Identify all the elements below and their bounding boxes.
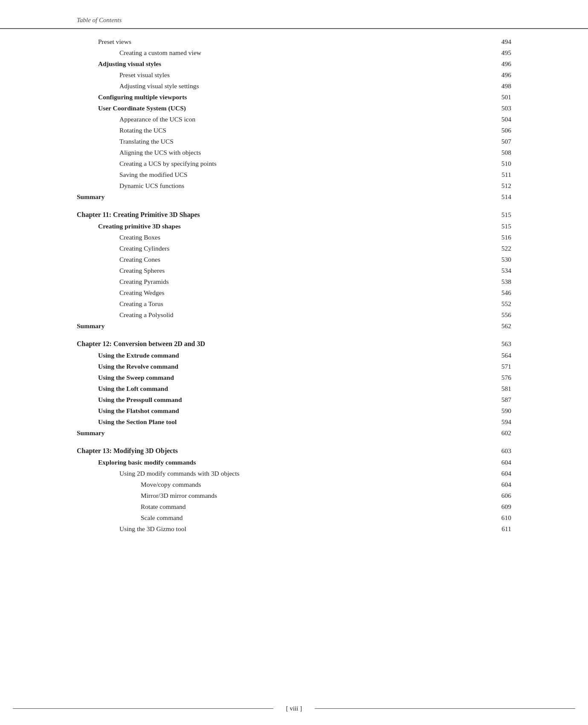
entry-page: 604 — [494, 481, 511, 488]
entry-page: 506 — [494, 127, 511, 134]
toc-row: Using 2D modify commands with 3D objects… — [77, 468, 511, 479]
entry-text: Translating the UCS — [77, 136, 174, 147]
entry-page: 504 — [494, 116, 511, 123]
entry-text: Creating a custom named view — [77, 48, 201, 58]
entry-page: 556 — [494, 311, 511, 319]
toc-row: Creating a Torus552 — [77, 299, 511, 309]
entry-page: 538 — [494, 278, 511, 286]
entry-text: Aligning the UCS with objects — [77, 147, 201, 158]
toc-row: Scale command610 — [77, 513, 511, 523]
entry-page: 606 — [494, 492, 511, 500]
toc-row: Creating Pyramids538 — [77, 277, 511, 287]
page-container: Table of Contents Preset views494Creatin… — [0, 0, 588, 725]
entry-page: 510 — [494, 160, 511, 168]
entry-page: 587 — [494, 396, 511, 404]
entry-page: 515 — [494, 222, 511, 230]
entry-page: 602 — [494, 429, 511, 437]
toc-row: Creating a Polysolid556 — [77, 310, 511, 320]
entry-text: Creating Cylinders — [77, 243, 170, 254]
toc-row: Creating Boxes516 — [77, 232, 511, 243]
entry-page: 594 — [494, 418, 511, 426]
entry-page: 581 — [494, 385, 511, 393]
toc-row: Translating the UCS507 — [77, 136, 511, 147]
entry-page: 609 — [494, 503, 511, 511]
entry-text: Saving the modified UCS — [77, 170, 188, 180]
entry-text: Chapter 13: Modifying 3D Objects — [77, 446, 178, 456]
toc-row: Using the Sweep command576 — [77, 373, 511, 383]
entry-text: Creating Wedges — [77, 288, 165, 298]
entry-text: Summary — [77, 192, 104, 202]
toc-row: Preset visual styles496 — [77, 70, 511, 80]
entry-text: Using the Presspull command — [77, 395, 182, 405]
entry-text: Summary — [77, 321, 104, 331]
toc-row: Rotating the UCS506 — [77, 125, 511, 136]
toc-row: Creating Spheres534 — [77, 266, 511, 276]
entry-text: Appearance of the UCS icon — [77, 114, 195, 124]
entry-page: 514 — [494, 193, 511, 201]
entry-text: Rotate command — [77, 502, 185, 512]
entry-text: Using the 3D Gizmo tool — [77, 524, 186, 534]
entry-text: Chapter 12: Conversion between 2D and 3D — [77, 339, 205, 350]
entry-page: 503 — [494, 104, 511, 112]
toc-row: Creating Cylinders522 — [77, 243, 511, 254]
entry-text: Creating Spheres — [77, 266, 165, 276]
toc-row: Summary514 — [77, 192, 511, 202]
toc-row: Preset views494 — [77, 37, 511, 47]
entry-page: 496 — [494, 60, 511, 68]
entry-text: Preset visual styles — [77, 70, 170, 80]
entry-text: Creating Cones — [77, 254, 160, 265]
toc-row: Chapter 11: Creating Primitive 3D Shapes… — [77, 210, 511, 220]
entry-page: 534 — [494, 267, 511, 274]
entry-text: Adjusting visual styles — [77, 59, 161, 69]
entry-text: Using the Extrude command — [77, 350, 179, 361]
entry-page: 508 — [494, 149, 511, 156]
entry-text: Creating a UCS by specifying points — [77, 159, 217, 169]
entry-text: Adjusting visual style settings — [77, 81, 199, 91]
entry-text: Configuring multiple viewports — [77, 92, 187, 102]
footer-page-number: [ viii ] — [286, 705, 302, 712]
entry-text: Using the Sweep command — [77, 373, 174, 383]
content-area: Preset views494Creating a custom named v… — [0, 37, 588, 534]
toc-row: Using the Presspull command587 — [77, 395, 511, 405]
toc-row: Using the 3D Gizmo tool611 — [77, 524, 511, 534]
entry-text: Creating primitive 3D shapes — [77, 221, 181, 231]
entry-text: Using 2D modify commands with 3D objects — [77, 468, 240, 479]
entry-text: Summary — [77, 428, 104, 438]
entry-page: 498 — [494, 82, 511, 90]
entry-page: 496 — [494, 71, 511, 79]
toc-row: Dynamic UCS functions512 — [77, 181, 511, 191]
toc-row: Creating primitive 3D shapes515 — [77, 221, 511, 231]
entry-text: Exploring basic modify commands — [77, 457, 196, 468]
entry-page: 563 — [494, 340, 511, 348]
entry-page: 564 — [494, 352, 511, 359]
entry-text: Creating Pyramids — [77, 277, 169, 287]
entry-text: Creating a Polysolid — [77, 310, 174, 320]
toc-row: Using the Section Plane tool594 — [77, 417, 511, 427]
toc-row: Saving the modified UCS511 — [77, 170, 511, 180]
toc-row: Using the Extrude command564 — [77, 350, 511, 361]
entry-page: 522 — [494, 245, 511, 252]
toc-row: Adjusting visual style settings498 — [77, 81, 511, 91]
toc-row: User Coordinate System (UCS)503 — [77, 103, 511, 113]
toc-row: Summary602 — [77, 428, 511, 438]
toc-row: Appearance of the UCS icon504 — [77, 114, 511, 124]
toc-row: Aligning the UCS with objects508 — [77, 147, 511, 158]
toc-row: Chapter 12: Conversion between 2D and 3D… — [77, 339, 511, 350]
entry-page: 494 — [494, 38, 511, 46]
entry-text: Rotating the UCS — [77, 125, 166, 136]
header-label: Table of Contents — [77, 17, 122, 23]
entry-page: 611 — [494, 525, 511, 533]
entry-text: Creating a Torus — [77, 299, 163, 309]
entry-text: Using the Revolve command — [77, 361, 178, 372]
entry-text: Mirror/3D mirror commands — [77, 491, 217, 501]
toc-row: Creating a UCS by specifying points510 — [77, 159, 511, 169]
toc-row: Chapter 13: Modifying 3D Objects603 — [77, 446, 511, 456]
entry-text: Using the Flatshot command — [77, 406, 179, 416]
entry-text: Move/copy commands — [77, 479, 201, 490]
entry-page: 507 — [494, 138, 511, 145]
entry-page: 511 — [494, 171, 511, 179]
entry-page: 576 — [494, 374, 511, 381]
footer-area: [ viii ] — [0, 705, 588, 712]
toc-row: Configuring multiple viewports501 — [77, 92, 511, 102]
entry-page: 562 — [494, 322, 511, 330]
